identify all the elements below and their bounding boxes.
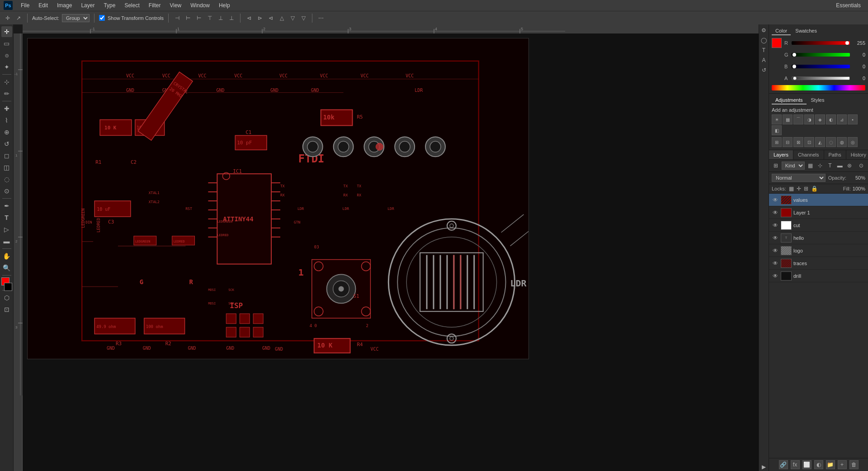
tab-layers[interactable]: Layers [769,150,793,159]
character-icon[interactable]: A [760,56,768,64]
menu-layer[interactable]: Layer [77,1,98,10]
r-slider[interactable] [792,41,850,45]
tab-adjustments[interactable]: Adjustments [772,96,807,105]
filter-adj-icon[interactable]: ⊹ [816,162,824,170]
selective-color-icon[interactable]: ◍ [837,137,847,147]
filter-type-icon[interactable]: T [826,162,834,170]
history-icon[interactable]: ↺ [760,66,768,74]
layer-item-hello[interactable]: 👁 T hello [769,232,868,244]
layer-group-icon[interactable]: 📁 [826,460,835,469]
tab-paths[interactable]: Paths [824,150,846,159]
menu-type[interactable]: Type [100,1,119,10]
filter-shape-icon[interactable]: ▬ [836,162,844,170]
layer-new-icon[interactable]: + [838,460,847,469]
pen-tool-btn[interactable]: ✒ [1,200,12,211]
curves-icon[interactable]: ⌒ [793,114,803,124]
color-settings-icon[interactable]: ⚙ [760,26,768,34]
layer-item-traces[interactable]: 👁 traces [769,257,868,270]
threshold-icon[interactable]: ◭ [815,137,825,147]
menu-view[interactable]: View [166,1,185,10]
eye-drill[interactable]: 👁 [772,272,779,280]
lock-pixel-icon[interactable]: ▦ [789,186,794,192]
filter-smart-icon[interactable]: ⊛ [846,162,854,170]
tab-styles[interactable]: Styles [807,96,828,105]
lock-artboard-icon[interactable]: ⊞ [804,186,808,192]
stamp-tool-btn[interactable]: ⊕ [1,127,12,138]
align-left-icon[interactable]: ⊣ [173,14,181,22]
screen-mode-btn[interactable]: ⊡ [1,304,12,315]
blend-mode-select[interactable]: Normal Multiply Screen Overlay [772,174,826,182]
zoom-tool-btn[interactable]: 🔍 [1,262,12,273]
move-tool-btn[interactable]: ✛ [1,26,12,37]
filter-kind-select[interactable]: Kind [782,162,805,170]
eye-traces[interactable]: 👁 [772,260,779,267]
smart-sharpen-icon[interactable]: ◎ [848,137,858,147]
exposure-icon[interactable]: ◑ [804,114,814,124]
auto-select-dropdown[interactable]: Group Layer [62,14,90,22]
type-icon[interactable]: T [760,46,768,54]
distribute-center-h-icon[interactable]: ⊳ [256,14,264,22]
wand-tool-btn[interactable]: ✦ [1,62,12,72]
marquee-tool-btn[interactable]: ▭ [1,38,12,49]
levels-icon[interactable]: ▦ [783,114,793,124]
tab-history[interactable]: History [846,150,868,159]
eye-hello[interactable]: 👁 [772,234,779,242]
menu-help[interactable]: Help [215,1,234,10]
type-tool-btn[interactable]: T [1,212,12,223]
filter-kind-icon[interactable]: ⊞ [772,162,780,170]
path-select-btn[interactable]: ▷ [1,224,12,235]
color-preview-swatch[interactable] [772,38,782,48]
expand-icon[interactable]: ▶ [760,463,768,471]
eye-cut[interactable]: 👁 [772,222,779,229]
pcb-document[interactable]: VCC VCC VCC VCC VCC VCC VCC VCC GND GND … [27,38,529,359]
invert-icon[interactable]: ⊠ [793,137,803,147]
lock-all-icon[interactable]: 🔒 [811,186,818,192]
heal-tool-btn[interactable]: ✚ [1,103,12,114]
foreground-color-swatch[interactable] [1,277,12,288]
align-bottom-icon[interactable]: ⊥ [227,14,236,22]
tab-channels[interactable]: Channels [793,150,824,159]
eyedropper-tool-btn[interactable]: ✏ [1,88,12,99]
distribute-center-v-icon[interactable]: ▽ [288,14,297,22]
brightness-contrast-icon[interactable]: ☀ [772,114,782,124]
color-spectrum[interactable] [772,85,865,90]
layer-adjust-icon[interactable]: ◐ [814,460,823,469]
workspace-selector[interactable]: Essentials [832,1,864,10]
move-tool-icon2[interactable]: ↗ [14,14,23,22]
gradient-tool-btn[interactable]: ◫ [1,162,12,173]
dodge-tool-btn[interactable]: ⊙ [1,186,12,196]
brush-tool-btn[interactable]: ⌇ [1,115,12,126]
layer-item-cut[interactable]: 👁 cut [769,219,868,232]
filter-toggle-icon[interactable]: ⊙ [857,162,865,170]
blur-tool-btn[interactable]: ◌ [1,174,12,185]
filter-pixel-icon[interactable]: ▦ [807,162,815,170]
layer-fx-icon[interactable]: fx [791,460,800,469]
color-balance-icon[interactable]: ⊿ [837,114,847,124]
show-transform-checkbox[interactable] [99,15,105,21]
layer-item-values[interactable]: 👁 values [769,194,868,206]
shape-tool-btn[interactable]: ▬ [1,236,12,247]
brush-size-icon[interactable]: ◯ [760,36,768,44]
quick-mask-btn[interactable]: ⬡ [1,292,12,303]
menu-window[interactable]: Window [187,1,213,10]
eye-layer1[interactable]: 👁 [772,209,779,216]
channel-mixer-icon[interactable]: ⊞ [772,137,782,147]
layer-delete-icon[interactable]: 🗑 [849,460,859,469]
align-center-v-icon[interactable]: ⊥ [217,14,225,22]
layer-item-layer1[interactable]: 👁 Layer 1 [769,206,868,219]
distribute-bottom-icon[interactable]: ▽ [299,14,307,22]
lock-position-icon[interactable]: ✛ [797,186,801,192]
color-lookup-icon[interactable]: ⊟ [783,137,793,147]
distribute-right-icon[interactable]: ⊲ [267,14,275,22]
menu-select[interactable]: Select [121,1,143,10]
history-brush-btn[interactable]: ↺ [1,138,12,149]
align-center-h-icon[interactable]: ⊢ [184,14,192,22]
distribute-top-icon[interactable]: △ [278,14,286,22]
hand-tool-btn[interactable]: ✋ [1,251,12,262]
bw-icon[interactable]: ▪ [848,114,858,124]
more-options-icon[interactable]: ⋯ [317,14,325,22]
b-slider[interactable] [792,65,850,68]
layer-mask-icon[interactable]: ⬜ [802,460,811,469]
menu-edit[interactable]: Edit [35,1,52,10]
photo-filter-icon[interactable]: ◧ [772,125,782,135]
